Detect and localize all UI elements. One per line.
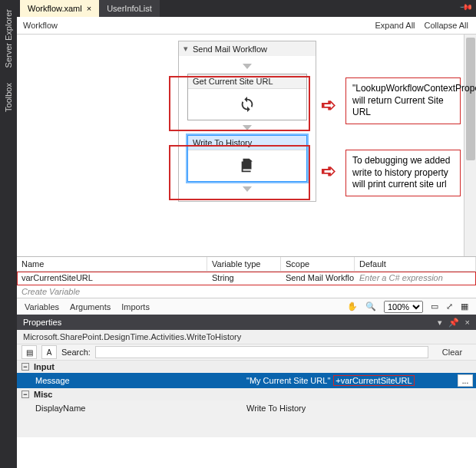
dropdown-icon[interactable]: ▾	[438, 318, 442, 328]
collapse-icon[interactable]: −	[21, 363, 29, 371]
variables-panel: Name Variable type Scope Default varCurr…	[17, 256, 476, 298]
col-header-type[interactable]: Variable type	[207, 257, 281, 272]
property-value[interactable]: Write To History	[246, 404, 476, 413]
col-header-default[interactable]: Default	[355, 257, 476, 272]
pan-icon[interactable]: ✋	[347, 302, 358, 311]
annotation-box	[169, 145, 310, 200]
message-value-expression: +varCurrentSiteURL	[333, 375, 414, 386]
container-title: Send Mail Workflow	[193, 44, 267, 54]
collapse-all-link[interactable]: Collapse All	[425, 21, 468, 30]
vertical-scrollbar[interactable]	[464, 35, 476, 256]
fit-icon[interactable]: ⤢	[446, 302, 453, 311]
properties-object-path: Microsoft.SharePoint.DesignTime.Activiti…	[17, 330, 476, 344]
tab-workflow-xaml[interactable]: Workflow.xaml ×	[20, 0, 99, 17]
properties-search-input[interactable]	[95, 346, 428, 358]
annotation-text: To debugging we added write to history p…	[345, 150, 461, 196]
message-value-literal: "My Current Site URL"	[246, 376, 330, 385]
annotation-arrow-icon: ➪	[321, 94, 336, 116]
property-name: DisplayName	[17, 404, 246, 413]
create-variable-link[interactable]: Create Variable	[17, 285, 476, 298]
tab-label: Workflow.xaml	[28, 4, 82, 13]
variable-default[interactable]: Enter a C# expression	[355, 272, 476, 285]
variable-type[interactable]: String	[207, 272, 281, 285]
tab-variables[interactable]: Variables	[25, 302, 59, 311]
annotation-arrow-icon: ➪	[321, 160, 336, 182]
category-misc[interactable]: − Misc	[17, 388, 476, 400]
expand-all-link[interactable]: Expand All	[375, 21, 415, 30]
chevron-down-icon[interactable]: ▾	[183, 44, 188, 54]
col-header-name[interactable]: Name	[17, 257, 207, 272]
tab-label: UserInfoList	[107, 4, 152, 13]
col-header-scope[interactable]: Scope	[281, 257, 355, 272]
server-explorer-tab[interactable]: Server Explorer	[2, 3, 15, 74]
workflow-designer[interactable]: ▾ Send Mail Workflow Get Current Site UR…	[17, 34, 476, 256]
zoom-select[interactable]: 100%	[384, 301, 423, 313]
properties-title: Properties	[23, 318, 61, 327]
variable-row[interactable]: varCurrentSiteURL String Send Mail Workf…	[17, 272, 476, 285]
variable-name[interactable]: varCurrentSiteURL	[17, 272, 207, 285]
minimap-icon[interactable]: ▦	[461, 302, 468, 311]
property-value[interactable]: "My Current Site URL" +varCurrentSiteURL…	[246, 375, 476, 386]
close-icon[interactable]: ×	[87, 4, 91, 13]
zoom-icon[interactable]: 🔍	[365, 302, 376, 311]
tab-imports[interactable]: Imports	[121, 302, 150, 311]
pin-icon[interactable]: 📌	[458, 0, 473, 15]
displayname-value: Write To History	[246, 404, 306, 413]
tab-userinfolist[interactable]: UserInfoList	[99, 0, 160, 17]
overview-icon[interactable]: ▭	[431, 302, 438, 311]
collapse-icon[interactable]: −	[21, 391, 29, 398]
expression-editor-button[interactable]: ...	[458, 374, 473, 387]
flow-arrow-icon	[243, 64, 252, 69]
breadcrumb[interactable]: Workflow	[23, 21, 58, 30]
scrollbar-thumb[interactable]	[466, 38, 475, 160]
properties-title-bar: Properties ▾ 📌 ×	[17, 315, 476, 330]
category-label: Input	[34, 362, 55, 371]
close-icon[interactable]: ×	[465, 318, 470, 328]
property-row-message[interactable]: Message "My Current Site URL" +varCurren…	[17, 373, 476, 388]
category-input[interactable]: − Input	[17, 361, 476, 373]
tab-arguments[interactable]: Arguments	[70, 302, 111, 311]
clear-search-button[interactable]: Clear	[433, 348, 471, 357]
annotation-box	[169, 76, 310, 131]
property-row-displayname[interactable]: DisplayName Write To History	[17, 400, 476, 416]
search-label: Search:	[61, 348, 91, 357]
pin-icon[interactable]: 📌	[448, 318, 459, 328]
variable-scope[interactable]: Send Mail Workflow	[281, 272, 355, 285]
toolbox-tab[interactable]: Toolbox	[2, 77, 15, 118]
categorize-button[interactable]: ▤	[21, 345, 37, 359]
alphabetical-button[interactable]: A	[41, 345, 57, 359]
document-tab-strip: Workflow.xaml × UserInfoList 📌	[17, 0, 476, 17]
category-label: Misc	[34, 390, 52, 399]
property-name: Message	[17, 376, 246, 385]
annotation-text: "LookupWorkflowContextProperty" will ret…	[345, 77, 461, 124]
